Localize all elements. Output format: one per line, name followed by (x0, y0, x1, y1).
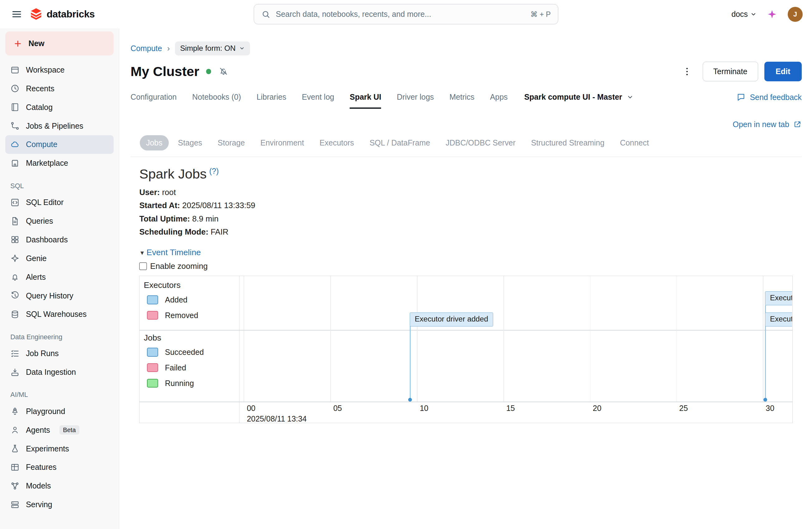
axis-tick: 05 (333, 404, 342, 413)
bell-icon (10, 272, 19, 282)
new-button[interactable]: New (5, 31, 114, 55)
spark-nav-jobs[interactable]: Jobs (140, 135, 169, 151)
catalog-icon (10, 102, 19, 112)
storefront-icon (10, 159, 19, 168)
sidebar-item-queries[interactable]: Queries (5, 212, 114, 231)
spark-nav-structured-streaming[interactable]: Structured Streaming (525, 135, 611, 151)
axis-start-date: 2025/08/11 13:34 (247, 414, 307, 424)
sidebar-item-models[interactable]: Models (5, 477, 114, 495)
tab-spark-ui[interactable]: Spark UI (350, 92, 381, 109)
sidebar-item-marketplace[interactable]: Marketplace (5, 154, 114, 173)
pipelines-icon (10, 121, 19, 130)
info-scheduling-mode: Scheduling Mode: FAIR (139, 227, 801, 237)
global-search[interactable]: ⌘ + P (254, 4, 558, 24)
spark-compute-ui-selector[interactable]: Spark compute UI - Master (524, 92, 634, 102)
sidebar-item-label: Alerts (26, 273, 46, 282)
breadcrumb-compute-link[interactable]: Compute (130, 44, 162, 53)
event-timeline-toggle[interactable]: ▼ Event Timeline (139, 248, 801, 257)
timeline-plot-area[interactable]: Executor driver added Execut Execut (244, 276, 792, 402)
spark-nav-storage[interactable]: Storage (212, 135, 251, 151)
sidebar-item-playground[interactable]: Playground (5, 402, 114, 420)
overflow-menu-button[interactable] (680, 64, 694, 79)
sidebar-item-workspace[interactable]: Workspace (5, 61, 114, 80)
event-executor-driver-added[interactable]: Executor driver added (410, 313, 493, 327)
sidebar-item-label: Agents (26, 426, 50, 434)
user-avatar[interactable]: J (788, 7, 803, 22)
spark-nav-environment[interactable]: Environment (254, 135, 310, 151)
sidebar-item-job-runs[interactable]: Job Runs (5, 344, 114, 363)
send-feedback-link[interactable]: Send feedback (736, 92, 802, 102)
sidebar-item-label: Jobs & Pipelines (26, 121, 83, 130)
simple-form-chip[interactable]: Simple form: ON (175, 41, 250, 55)
spark-nav-stages[interactable]: Stages (172, 135, 208, 151)
event-dot (408, 398, 412, 402)
gridline (330, 276, 331, 402)
clock-icon (10, 84, 19, 93)
open-in-new-tab-link[interactable]: Open in new tab (733, 120, 802, 129)
sidebar-item-label: Playground (26, 407, 65, 416)
legend-item-failed: Failed (147, 363, 186, 372)
spark-nav-sql-dataframe[interactable]: SQL / DataFrame (363, 135, 436, 151)
legend-item-succeeded: Succeeded (147, 348, 204, 357)
cloud-icon (10, 140, 19, 149)
tab-event-log[interactable]: Event log (302, 92, 334, 109)
search-input[interactable] (276, 10, 525, 19)
axis-tick: 25 (679, 404, 688, 413)
spark-nav-jdbc-odbc[interactable]: JDBC/ODBC Server (439, 135, 522, 151)
tab-configuration[interactable]: Configuration (130, 92, 176, 109)
sidebar-item-experiments[interactable]: Experiments (5, 439, 114, 458)
sidebar-item-query-history[interactable]: Query History (5, 286, 114, 305)
tab-driver-logs[interactable]: Driver logs (397, 92, 434, 109)
legend-item-running: Running (147, 379, 194, 388)
tab-notebooks[interactable]: Notebooks (0) (192, 92, 241, 109)
top-bar: databricks ⌘ + P docs J (0, 0, 812, 28)
sidebar-item-dashboards[interactable]: Dashboards (5, 230, 114, 249)
sidebar-item-alerts[interactable]: Alerts (5, 268, 114, 286)
sidebar-item-agents[interactable]: Agents Beta (5, 420, 114, 439)
hamburger-menu-button[interactable] (9, 7, 24, 22)
grid-icon (10, 235, 19, 244)
breadcrumb-separator: › (167, 44, 170, 53)
help-link[interactable]: (?) (209, 167, 219, 175)
spark-compute-ui-label: Spark compute UI - Master (524, 92, 622, 102)
sidebar-item-label: Catalog (26, 103, 53, 112)
enable-zooming-checkbox[interactable] (139, 262, 147, 270)
sidebar-item-compute[interactable]: Compute (5, 135, 114, 154)
person-icon (10, 425, 19, 434)
tab-libraries[interactable]: Libraries (257, 92, 287, 109)
sidebar-item-data-ingestion[interactable]: Data Ingestion (5, 363, 114, 382)
edit-button[interactable]: Edit (764, 62, 802, 81)
info-user: User: root (139, 188, 801, 197)
tab-apps[interactable]: Apps (490, 92, 508, 109)
document-icon (10, 216, 19, 226)
sidebar-item-jobs-pipelines[interactable]: Jobs & Pipelines (5, 116, 114, 135)
send-feedback-label: Send feedback (750, 93, 801, 102)
legend-jobs-title: Jobs (144, 333, 161, 343)
spark-nav-connect[interactable]: Connect (614, 135, 655, 151)
axis-tick: 10 (420, 404, 429, 413)
event-executor-added[interactable]: Execut (765, 291, 792, 305)
sidebar-item-sql-warehouses[interactable]: SQL Warehouses (5, 305, 114, 324)
sidebar-item-catalog[interactable]: Catalog (5, 98, 114, 116)
sidebar-item-genie[interactable]: Genie (5, 249, 114, 268)
tab-metrics[interactable]: Metrics (449, 92, 474, 109)
event-executor-added[interactable]: Execut (765, 313, 792, 327)
sidebar-item-recents[interactable]: Recents (5, 79, 114, 98)
ingest-arrow-icon (10, 368, 19, 377)
databricks-logo[interactable]: databricks (30, 8, 95, 21)
terminate-button[interactable]: Terminate (703, 62, 758, 81)
failed-swatch (147, 363, 159, 372)
axis-line (140, 402, 793, 402)
sidebar-item-sql-editor[interactable]: SQL Editor (5, 193, 114, 212)
docs-dropdown[interactable]: docs (731, 10, 757, 19)
simple-form-label: Simple form: ON (180, 44, 236, 53)
checklist-icon (10, 349, 19, 358)
spark-nav-executors[interactable]: Executors (313, 135, 360, 151)
sidebar-item-label: Dashboards (26, 235, 68, 244)
sidebar-item-serving[interactable]: Serving (5, 495, 114, 514)
assistant-sparkle-icon[interactable] (767, 9, 777, 19)
sidebar-item-features[interactable]: Features (5, 458, 114, 477)
legend-item-added: Added (147, 295, 187, 304)
sidebar-item-label: Features (26, 463, 56, 472)
notifications-off-icon[interactable] (219, 66, 229, 76)
